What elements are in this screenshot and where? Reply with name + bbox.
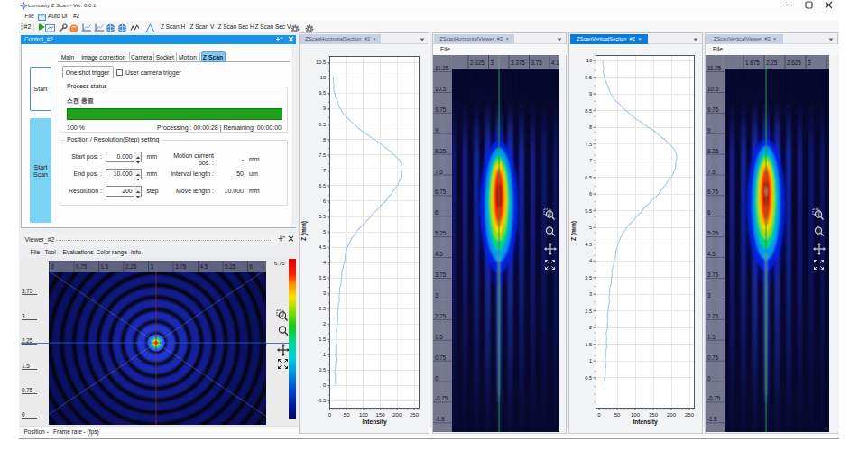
svg-text:0.5: 0.5 <box>585 375 592 381</box>
svg-text:150: 150 <box>376 412 386 418</box>
svg-text:3: 3 <box>707 292 711 299</box>
svg-text:8.5: 8.5 <box>319 122 326 127</box>
svg-text:-0.5: -0.5 <box>317 398 326 403</box>
svg-text:3.75: 3.75 <box>435 272 447 278</box>
svg-text:3.5: 3.5 <box>319 275 326 281</box>
svg-text:5.25: 5.25 <box>435 230 447 236</box>
svg-text:2.625: 2.625 <box>470 60 485 66</box>
svg-text:5: 5 <box>323 229 326 235</box>
svg-text:9.5: 9.5 <box>319 90 326 96</box>
svg-text:7.5: 7.5 <box>319 152 326 158</box>
svg-text:1.5: 1.5 <box>101 263 109 270</box>
svg-text:2: 2 <box>589 325 592 330</box>
svg-text:1.5: 1.5 <box>435 334 443 340</box>
svg-text:10: 10 <box>320 75 326 80</box>
svg-text:6: 6 <box>435 209 439 216</box>
svg-text:5.25: 5.25 <box>225 263 236 270</box>
svg-text:0: 0 <box>51 263 55 270</box>
svg-text:Intensity: Intensity <box>362 419 386 426</box>
svg-text:6.75: 6.75 <box>435 189 447 195</box>
svg-text:8.25: 8.25 <box>707 148 719 154</box>
svg-text:3: 3 <box>435 292 439 299</box>
svg-text:8: 8 <box>323 137 326 143</box>
svg-text:9: 9 <box>707 127 711 133</box>
svg-text:2.25: 2.25 <box>766 60 778 66</box>
svg-text:7.5: 7.5 <box>585 142 592 147</box>
svg-text:10.5: 10.5 <box>316 60 326 65</box>
svg-text:7: 7 <box>589 158 592 163</box>
svg-text:1.5: 1.5 <box>319 336 326 342</box>
svg-text:1.5: 1.5 <box>585 342 592 347</box>
svg-text:4.5: 4.5 <box>319 244 326 250</box>
svg-text:2.5: 2.5 <box>585 308 592 314</box>
svg-text:-1.5: -1.5 <box>707 416 717 422</box>
svg-text:6.75: 6.75 <box>707 189 719 195</box>
svg-text:6.5: 6.5 <box>585 175 592 180</box>
svg-text:9.75: 9.75 <box>707 106 719 113</box>
svg-text:50: 50 <box>344 412 350 418</box>
svg-text:-0.75: -0.75 <box>707 395 721 401</box>
svg-text:6: 6 <box>323 198 326 204</box>
svg-text:8: 8 <box>589 124 592 130</box>
svg-text:50: 50 <box>614 412 621 418</box>
svg-text:11.25: 11.25 <box>707 65 722 71</box>
svg-text:1: 1 <box>589 358 592 364</box>
svg-text:3.75: 3.75 <box>707 272 719 278</box>
svg-text:2.5: 2.5 <box>319 306 326 311</box>
svg-text:7.5: 7.5 <box>435 169 443 175</box>
svg-text:10.5: 10.5 <box>707 86 719 92</box>
svg-text:4.5: 4.5 <box>200 263 208 270</box>
svg-text:5.5: 5.5 <box>585 208 592 214</box>
svg-text:7.5: 7.5 <box>707 169 716 175</box>
svg-text:6: 6 <box>250 263 254 270</box>
svg-text:3.75: 3.75 <box>531 60 543 66</box>
svg-text:10.5: 10.5 <box>435 86 447 92</box>
svg-text:1: 1 <box>323 352 326 357</box>
svg-text:250: 250 <box>685 412 695 418</box>
svg-text:4: 4 <box>589 258 592 263</box>
svg-text:0.75: 0.75 <box>435 354 447 361</box>
svg-text:4.5: 4.5 <box>435 251 443 257</box>
svg-text:2: 2 <box>323 321 326 327</box>
svg-text:9: 9 <box>435 127 439 133</box>
svg-text:11.25: 11.25 <box>435 65 449 71</box>
svg-text:9.5: 9.5 <box>585 75 592 80</box>
svg-text:3: 3 <box>151 263 154 270</box>
svg-text:-0.75: -0.75 <box>435 395 448 401</box>
svg-text:3: 3 <box>589 291 592 297</box>
svg-text:2.25: 2.25 <box>125 263 137 270</box>
svg-text:6: 6 <box>707 209 711 216</box>
svg-text:100: 100 <box>631 412 641 418</box>
svg-text:5: 5 <box>589 225 592 230</box>
svg-text:0: 0 <box>597 412 601 418</box>
svg-text:6: 6 <box>589 191 592 197</box>
svg-text:6.5: 6.5 <box>319 183 326 189</box>
svg-text:1.5: 1.5 <box>707 334 716 340</box>
svg-text:3.5: 3.5 <box>585 275 592 281</box>
svg-text:10: 10 <box>586 58 592 63</box>
svg-text:-1.5: -1.5 <box>435 416 445 422</box>
svg-text:4.5: 4.5 <box>707 251 716 257</box>
svg-text:Z (mm): Z (mm) <box>570 221 577 241</box>
svg-text:7: 7 <box>323 168 326 173</box>
svg-text:200: 200 <box>667 412 677 418</box>
svg-text:3.375: 3.375 <box>511 60 525 66</box>
svg-text:3: 3 <box>808 60 811 66</box>
svg-text:8.5: 8.5 <box>585 108 592 114</box>
svg-text:3: 3 <box>491 60 494 66</box>
svg-text:9: 9 <box>589 91 592 97</box>
svg-text:4: 4 <box>323 260 326 265</box>
svg-text:0.75: 0.75 <box>76 263 88 270</box>
svg-text:150: 150 <box>649 412 659 418</box>
svg-text:5.5: 5.5 <box>319 214 326 219</box>
svg-text:1.875: 1.875 <box>745 60 760 66</box>
svg-text:3: 3 <box>323 290 326 296</box>
svg-text:0: 0 <box>328 412 332 418</box>
svg-text:5.25: 5.25 <box>707 230 719 236</box>
svg-text:0: 0 <box>707 375 711 382</box>
svg-text:200: 200 <box>392 412 402 418</box>
svg-text:0: 0 <box>323 382 326 388</box>
svg-text:4.125: 4.125 <box>551 60 559 66</box>
svg-text:9: 9 <box>323 106 326 111</box>
svg-text:2.625: 2.625 <box>787 60 801 66</box>
